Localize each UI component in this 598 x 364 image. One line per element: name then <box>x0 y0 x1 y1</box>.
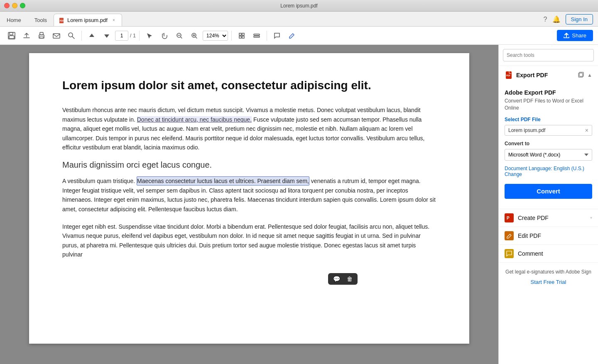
tab-home[interactable]: Home <box>0 14 28 26</box>
svg-rect-15 <box>242 36 244 38</box>
change-language-link[interactable]: Change <box>505 171 522 177</box>
tab-tools[interactable]: Tools <box>28 14 54 26</box>
pdf-paragraph-2: A vestibulum quam tristique. Maecenas co… <box>62 176 436 214</box>
hand-tool-button[interactable] <box>158 29 171 42</box>
start-free-trial-link[interactable]: Start Free Trial <box>505 278 592 286</box>
page-up-button[interactable] <box>85 29 98 42</box>
toolbar-divider-3 <box>231 31 232 41</box>
save-button[interactable] <box>5 29 18 42</box>
notifications-icon[interactable]: 🔔 <box>552 15 561 23</box>
tab-document[interactable]: PDF Lorem ipsum.pdf × <box>54 14 122 26</box>
tab-close-button[interactable]: × <box>111 17 117 23</box>
toolbar: / 1 124% 100% 150% 75% Share <box>0 27 598 45</box>
svg-rect-13 <box>242 33 244 35</box>
pdf-heading-2: Mauris dignissim orci eget lacus congue. <box>62 160 436 170</box>
add-comment-button[interactable]: 💬 <box>331 275 342 283</box>
page-total: 1 <box>133 33 136 39</box>
comment-item[interactable]: Comment <box>499 245 598 263</box>
svg-text:P: P <box>507 216 510 220</box>
comment-tool-button[interactable] <box>270 29 284 42</box>
edit-pdf-label: Edit PDF <box>518 232 592 239</box>
sidebar: PDF Export PDF ▲ Adobe Export PDF Conver… <box>498 45 598 364</box>
export-pdf-header-left: PDF Export PDF <box>505 71 548 79</box>
export-pdf-label: Export PDF <box>516 72 548 78</box>
file-input-row[interactable]: Lorem ipsum.pdf × <box>505 125 592 136</box>
marquee-zoom-button[interactable] <box>235 29 248 42</box>
window-title: Lorem ipsum.pdf <box>280 3 317 9</box>
window-controls[interactable] <box>4 3 25 8</box>
clear-file-button[interactable]: × <box>585 127 588 134</box>
convert-button[interactable]: Convert <box>505 184 592 199</box>
svg-rect-3 <box>10 32 13 35</box>
pdf-file-icon: PDF <box>59 17 64 23</box>
page-separator: / <box>130 33 131 39</box>
toolbar-divider-1 <box>81 31 82 41</box>
adobe-sign-promo: Get legal e-signatures with Adobe Sign S… <box>499 263 598 292</box>
pdf-paragraph-1: Vestibulum rhoncus ante nec mauris dictu… <box>62 105 436 152</box>
export-pdf-section: PDF Export PDF ▲ Adobe Export PDF Conver… <box>499 66 598 209</box>
pdf-viewer[interactable]: Lorem ipsum dolor sit amet, consectetur … <box>0 45 498 364</box>
upload-button[interactable] <box>20 29 33 42</box>
create-pdf-item[interactable]: P Create PDF ▾ <box>499 209 598 227</box>
print-button[interactable] <box>35 29 48 42</box>
adobe-export-pdf-desc: Convert PDF Files to Word or Excel Onlin… <box>505 98 592 112</box>
export-pdf-chevron: ▲ <box>587 72 592 78</box>
highlight-tool-button[interactable] <box>285 29 299 42</box>
toolbar-divider-2 <box>139 31 140 41</box>
pdf-paragraph-3: Integer eget nibh est. Suspendisse vitae… <box>62 222 436 259</box>
export-pdf-icon: PDF <box>505 71 513 79</box>
maximize-button[interactable] <box>20 3 25 8</box>
search-tools-input[interactable] <box>503 49 594 61</box>
svg-text:PDF: PDF <box>60 20 64 22</box>
tab-bar: Home Tools PDF Lorem ipsum.pdf × ? 🔔 Sig… <box>0 12 598 27</box>
svg-rect-12 <box>239 33 241 35</box>
svg-rect-14 <box>239 36 241 38</box>
svg-rect-4 <box>9 36 14 39</box>
convert-to-select[interactable]: Microsoft Word (*.docx) Microsoft Excel … <box>505 149 592 161</box>
export-pdf-content: Adobe Export PDF Convert PDF Files to Wo… <box>499 84 598 209</box>
sidebar-search-container <box>499 45 598 66</box>
edit-pdf-item[interactable]: Edit PDF <box>499 227 598 245</box>
create-pdf-icon: P <box>505 213 514 222</box>
title-bar: Lorem ipsum.pdf <box>0 0 598 12</box>
zoom-level-select[interactable]: 124% 100% 150% 75% <box>203 31 228 41</box>
svg-text:PDF: PDF <box>506 74 510 77</box>
export-pdf-header[interactable]: PDF Export PDF ▲ <box>499 66 598 84</box>
svg-rect-17 <box>254 36 260 37</box>
tab-bar-right: ? 🔔 Sign In <box>544 14 598 26</box>
form-fields-button[interactable] <box>250 29 263 42</box>
adobe-export-pdf-title: Adobe Export PDF <box>505 89 592 96</box>
document-language: Document Language: English (U.S.) Change <box>505 166 592 177</box>
edit-pdf-icon <box>505 231 514 240</box>
main-area: Lorem ipsum dolor sit amet, consectetur … <box>0 45 598 364</box>
toolbar-divider-4 <box>267 31 267 41</box>
convert-to-label: Convert to <box>505 141 592 147</box>
select-pdf-file-label: Select PDF File <box>505 117 592 122</box>
page-down-button[interactable] <box>100 29 113 42</box>
svg-rect-8 <box>53 34 60 38</box>
svg-rect-16 <box>254 34 260 35</box>
delete-selection-button[interactable]: 🗑 <box>345 275 354 283</box>
create-pdf-chevron: ▾ <box>590 215 592 220</box>
sign-in-button[interactable]: Sign In <box>566 14 593 24</box>
email-button[interactable] <box>50 29 63 42</box>
zoom-in-button[interactable] <box>188 29 201 42</box>
svg-rect-6 <box>40 32 43 35</box>
highlighted-text-1: Donec at tincidunt arcu, nec faucibus ne… <box>137 116 252 123</box>
help-icon[interactable]: ? <box>544 16 547 23</box>
comment-icon <box>505 249 514 258</box>
select-tool-button[interactable] <box>143 29 156 42</box>
pdf-heading-1: Lorem ipsum dolor sit amet, consectetur … <box>62 78 436 93</box>
selection-toolbar: 💬 🗑 <box>328 273 358 285</box>
create-pdf-label: Create PDF <box>518 215 586 221</box>
share-button[interactable]: Share <box>557 30 593 41</box>
copy-icon <box>577 72 584 78</box>
share-icon <box>564 33 569 39</box>
page-number-input[interactable] <box>115 31 128 41</box>
zoom-out-button[interactable] <box>173 29 186 42</box>
close-button[interactable] <box>4 3 10 8</box>
minimize-button[interactable] <box>12 3 17 8</box>
selected-file-name: Lorem ipsum.pdf <box>508 127 545 133</box>
selected-text: Maecenas consectetur luctus lacus et ult… <box>137 176 309 186</box>
search-button[interactable] <box>65 29 78 42</box>
